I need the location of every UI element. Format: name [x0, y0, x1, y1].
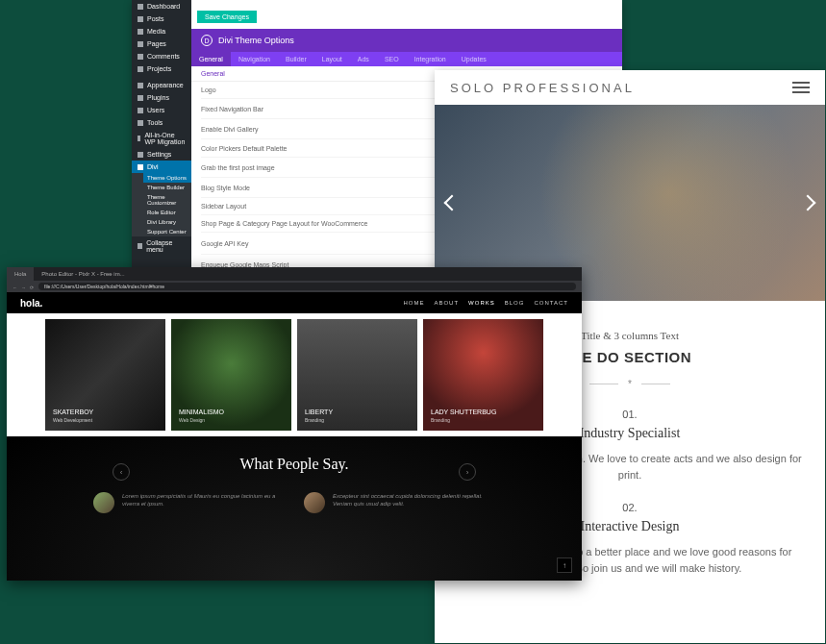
nav-contact[interactable]: CONTACT — [534, 300, 568, 306]
nav-works[interactable]: WORKS — [468, 300, 495, 306]
testimonial-item: Excepteur sint occaecat cupida dolorscin… — [304, 492, 495, 513]
avatar — [93, 492, 114, 513]
menu-icon[interactable] — [792, 82, 810, 93]
tab-navigation[interactable]: Navigation — [231, 52, 278, 66]
wp-menu-posts[interactable]: Posts — [132, 12, 191, 25]
wp-menu-projects[interactable]: Projects — [132, 62, 191, 75]
wp-menu-pages[interactable]: Pages — [132, 37, 191, 50]
tab-layout[interactable]: Layout — [314, 52, 350, 66]
wp-divi-library[interactable]: Divi Library — [143, 217, 191, 227]
testimonials-prev-icon[interactable]: ‹ — [113, 463, 130, 481]
nav-about[interactable]: ABOUT — [434, 300, 459, 306]
divi-options-header: D Divi Theme Options — [191, 29, 622, 52]
hola-testimonials: ‹ What People Say. › Lorem ipsum perspic… — [7, 436, 582, 581]
portfolio-card[interactable]: SKATERBOYWeb Development — [45, 319, 165, 431]
wp-menu-tools[interactable]: Tools — [132, 116, 191, 129]
testimonials-next-icon[interactable]: › — [459, 463, 476, 481]
wp-menu-appearance[interactable]: Appearance — [132, 79, 191, 91]
back-icon[interactable]: ← — [13, 285, 17, 289]
wp-divi-submenu: Theme Options Theme Builder Theme Custom… — [132, 173, 191, 236]
browser-tabstrip: Hola Photo Editor - Pixlr X - Free im... — [7, 267, 582, 281]
testimonial-text: Lorem ipsum perspiciatis ut Mauris eu co… — [122, 492, 285, 513]
save-changes-button[interactable]: Save Changes — [197, 11, 257, 23]
wp-menu-media[interactable]: Media — [132, 25, 191, 37]
slider-next-icon[interactable] — [800, 195, 816, 211]
browser-urlbar: ← → ⟳ file:///C:/Users/User/Desktop/hola… — [7, 281, 582, 292]
wp-divi-theme-options[interactable]: Theme Options — [143, 173, 191, 183]
wp-divi-role-editor[interactable]: Role Editor — [143, 208, 191, 217]
tab-seo[interactable]: SEO — [377, 52, 407, 66]
url-field[interactable]: file:///C:/Users/User/Desktop/hola/Hola/… — [38, 283, 576, 290]
portfolio-card[interactable]: LIBERTYBranding — [297, 319, 417, 431]
hola-browser-window: Hola Photo Editor - Pixlr X - Free im...… — [7, 267, 582, 581]
slider-prev-icon[interactable] — [444, 195, 461, 211]
tab-general[interactable]: General — [191, 52, 231, 66]
solo-header: SOLO PROFESSIONAL — [435, 70, 825, 105]
tab-ads[interactable]: Ads — [350, 52, 377, 66]
tab-integration[interactable]: Integration — [407, 52, 454, 66]
portfolio-card[interactable]: MINIMALISMOWeb Design — [171, 319, 291, 431]
tab-builder[interactable]: Builder — [278, 52, 314, 66]
hola-navbar: hola. HOME ABOUT WORKS BLOG CONTACT — [7, 292, 582, 313]
wp-sidebar: Dashboard Posts Media Pages Comments Pro… — [132, 0, 191, 269]
wp-divi-customizer[interactable]: Theme Customizer — [143, 192, 191, 208]
wp-divi-theme-builder[interactable]: Theme Builder — [143, 183, 191, 192]
wp-menu-settings[interactable]: Settings — [132, 148, 191, 161]
testimonial-item: Lorem ipsum perspiciatis ut Mauris eu co… — [93, 492, 285, 513]
avatar — [304, 492, 325, 513]
portfolio-card[interactable]: LADY SHUTTERBUGBranding — [423, 319, 543, 431]
solo-logo: SOLO PROFESSIONAL — [450, 81, 635, 95]
wp-collapse-menu[interactable]: Collapse menu — [132, 236, 191, 256]
testimonial-text: Excepteur sint occaecat cupida dolorscin… — [333, 492, 495, 513]
browser-tab[interactable]: Photo Editor - Pixlr X - Free im... — [34, 267, 132, 281]
browser-tab[interactable]: Hola — [7, 267, 34, 281]
reload-icon[interactable]: ⟳ — [30, 285, 35, 289]
wp-menu-plugins[interactable]: Plugins — [132, 91, 191, 104]
testimonials-title: What People Say. — [7, 456, 582, 473]
wp-menu-comments[interactable]: Comments — [132, 50, 191, 62]
tab-updates[interactable]: Updates — [454, 52, 494, 66]
forward-icon[interactable]: → — [21, 285, 26, 289]
wp-menu-migration[interactable]: All-in-One WP Migration — [132, 129, 191, 148]
hola-portfolio-grid: SKATERBOYWeb Development MINIMALISMOWeb … — [7, 313, 582, 436]
divi-logo-icon: D — [201, 35, 213, 46]
hola-nav-links: HOME ABOUT WORKS BLOG CONTACT — [403, 300, 568, 306]
wp-divi-support[interactable]: Support Center — [143, 227, 191, 236]
hola-brand: hola. — [20, 298, 42, 309]
wp-menu-users[interactable]: Users — [132, 104, 191, 116]
wp-menu-dashboard[interactable]: Dashboard — [132, 0, 191, 12]
back-to-top-button[interactable]: ↑ — [557, 557, 572, 573]
wp-menu-divi[interactable]: Divi — [132, 161, 191, 173]
nav-home[interactable]: HOME — [403, 300, 424, 306]
divi-tabs: General Navigation Builder Layout Ads SE… — [191, 52, 622, 66]
nav-blog[interactable]: BLOG — [505, 300, 525, 306]
